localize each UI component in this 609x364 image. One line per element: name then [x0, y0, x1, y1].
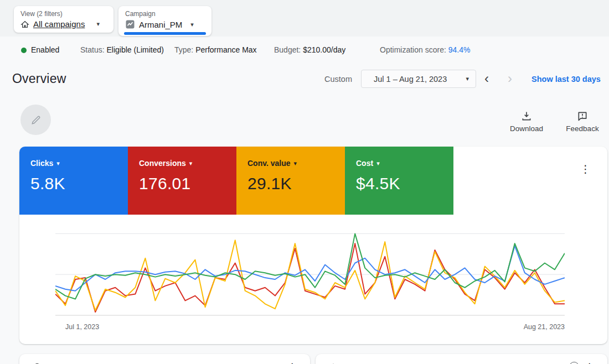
campaign-selector[interactable]: Campaign Armani_PM ▾ — [118, 6, 211, 36]
chevron-down-icon: ▾ — [376, 160, 380, 167]
status-enabled: Enabled — [21, 45, 59, 54]
active-tab-indicator — [124, 32, 206, 35]
metric-label: Clicks — [30, 159, 53, 168]
chevron-down-icon: ▾ — [96, 20, 100, 28]
feedback-label: Feedback — [566, 124, 598, 133]
metric-value: 29.1K — [247, 174, 345, 193]
download-button[interactable]: Download — [507, 111, 546, 133]
view-selector[interactable]: View (2 filters) All campaigns ▾ — [14, 6, 113, 33]
download-label: Download — [510, 124, 543, 133]
date-range-picker[interactable]: Jul 1 – Aug 21, 2023 ▾ — [361, 70, 476, 88]
campaign-status-bar: Enabled Status: Eligible (Limited) Type:… — [21, 45, 597, 55]
x-axis-end-label: Aug 21, 2023 — [524, 323, 565, 331]
metric-tile-cost[interactable]: Cost▾ $4.5K — [345, 147, 453, 215]
status-budget: Budget: $210.00/day — [274, 45, 345, 54]
campaign-selector-label: Campaign — [125, 10, 205, 18]
date-prev-button[interactable]: ‹ — [484, 72, 489, 85]
home-icon — [20, 20, 29, 29]
metric-tile-clicks[interactable]: Clicks▾ 5.8K — [19, 147, 128, 215]
enabled-dot-icon — [21, 48, 27, 53]
status-eligibility: Status: Eligible (Limited) — [80, 45, 164, 54]
show-last-30-days-link[interactable]: Show last 30 days — [531, 75, 601, 84]
chevron-down-icon: ▾ — [466, 75, 469, 82]
metric-label: Conversions — [139, 159, 186, 168]
chevron-down-icon: ▾ — [189, 160, 193, 167]
view-selector-value: All campaigns — [33, 19, 85, 29]
metric-label: Cost — [356, 159, 373, 168]
campaign-selector-value: Armani_PM — [139, 20, 182, 29]
status-type: Type: Performance Max — [174, 45, 257, 54]
date-mode-label: Custom — [324, 75, 352, 84]
trend-chart-svg — [55, 227, 565, 317]
feedback-icon — [577, 111, 588, 122]
date-range-value: Jul 1 – Aug 21, 2023 — [374, 75, 447, 84]
metric-value: 5.8K — [30, 174, 128, 193]
metric-label: Conv. value — [247, 159, 291, 168]
feedback-button[interactable]: Feedback — [562, 111, 603, 133]
metric-tile-conversions[interactable]: Conversions▾ 176.01 — [128, 147, 236, 215]
metric-value: 176.01 — [139, 174, 236, 193]
chevron-down-icon: ▾ — [56, 160, 60, 167]
metric-tile-conv-value[interactable]: Conv. value▾ 29.1K — [236, 147, 345, 215]
page-title: Overview — [12, 71, 66, 86]
bottom-card-title: Campaigns — [343, 362, 385, 364]
pencil-icon — [30, 115, 42, 126]
card-menu-button[interactable]: ⋮ — [580, 163, 591, 174]
campaign-chart-icon — [125, 19, 135, 29]
chevron-down-icon: ▾ — [294, 160, 297, 167]
download-icon — [521, 111, 532, 122]
metric-value: $4.5K — [356, 174, 453, 193]
status-optimization-score: Optimization score: 94.4% — [380, 45, 470, 54]
optimization-card[interactable]: Optimization ⋮ — [19, 354, 310, 364]
campaigns-card[interactable]: Campaigns ? ⋮ — [316, 354, 607, 364]
bottom-card-title: Optimization — [47, 362, 93, 364]
card-menu-button[interactable]: ⋮ — [585, 361, 594, 364]
metric-tiles: Clicks▾ 5.8K Conversions▾ 176.01 Conv. v… — [19, 147, 453, 215]
help-icon[interactable]: ? — [569, 362, 579, 364]
overview-chart-card: Clicks▾ 5.8K Conversions▾ 176.01 Conv. v… — [19, 147, 607, 344]
view-selector-label: View (2 filters) — [20, 10, 107, 18]
x-axis-start-label: Jul 1, 2023 — [65, 323, 99, 331]
card-menu-button[interactable]: ⋮ — [287, 361, 297, 364]
edit-button[interactable] — [20, 105, 51, 135]
chevron-down-icon: ▾ — [190, 21, 194, 28]
date-next-button[interactable]: › — [508, 72, 512, 85]
